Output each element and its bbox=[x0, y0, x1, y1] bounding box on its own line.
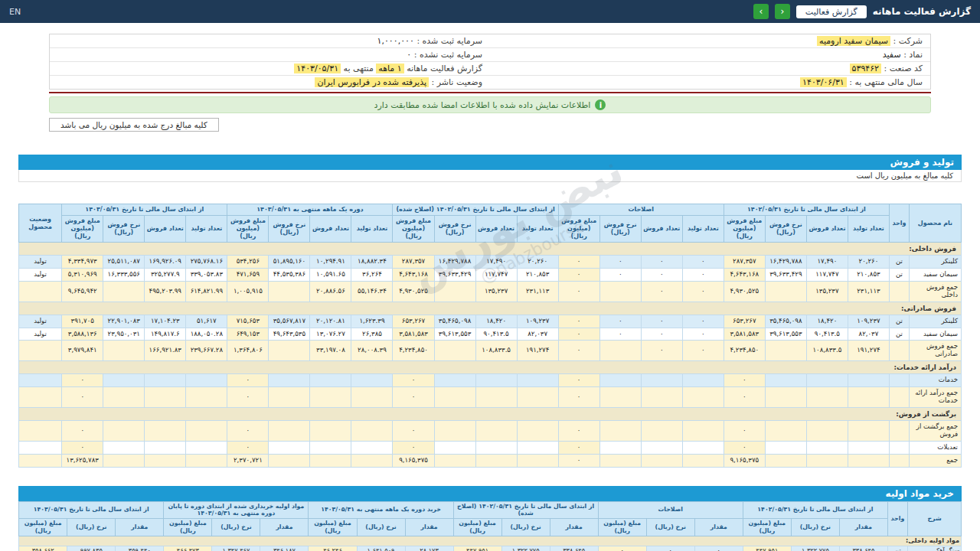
cell-value: ۰ bbox=[682, 341, 724, 361]
cell-value bbox=[351, 421, 393, 442]
col-subheader: نرخ فروش (ریال) bbox=[434, 216, 475, 243]
col-subheader: مبلغ (میلیون ریال) bbox=[453, 519, 501, 536]
cell-value bbox=[269, 374, 310, 387]
cell-value: ۱۰۹,۲۳۷ bbox=[848, 315, 889, 328]
cell-value: ۱۶,۴۲۹,۷۸۸ bbox=[434, 256, 475, 269]
cell-value bbox=[848, 454, 889, 467]
col-header-unit: واحد bbox=[889, 204, 909, 243]
cell-value: ۳۲۵,۲۷۷.۹ bbox=[145, 268, 186, 281]
col-subheader: مبلغ فروش (میلیون ریال) bbox=[393, 216, 434, 243]
cell-value: ۱۰,۲۹۴.۹۱ bbox=[310, 256, 351, 269]
cell-value: ۸۲,۰۳۷ bbox=[848, 328, 889, 341]
cell-value bbox=[434, 387, 475, 408]
section-title-production-sales: تولید و فروش bbox=[18, 155, 962, 170]
row-status bbox=[19, 441, 62, 454]
row-name: خدمات bbox=[909, 374, 961, 387]
info-row: شرکت : سیمان سفید ارومیه سرمایه ثبت شده … bbox=[50, 34, 930, 48]
cell-value bbox=[310, 387, 351, 408]
row-name: کلینکر bbox=[909, 256, 961, 269]
cell-value bbox=[434, 341, 475, 361]
cell-value bbox=[269, 387, 310, 408]
cell-value bbox=[434, 441, 475, 454]
row-unit: تن bbox=[889, 315, 909, 328]
cell-value: ۱۳۵,۲۳۷ bbox=[475, 281, 517, 302]
cell-value: ۶۵۳,۲۶۷ bbox=[393, 315, 434, 328]
cell-value bbox=[599, 441, 641, 454]
cell-value: ۰ bbox=[393, 421, 434, 442]
cell-value: ۱۰۹,۲۳۷ bbox=[517, 315, 558, 328]
cell-value bbox=[145, 441, 186, 454]
raw-materials-table: شرحواحداز ابتدای سال مالی تا تاریخ ۱۴۰۲/… bbox=[18, 501, 962, 551]
table-row: تعدیلات۰۰۰۰۰ bbox=[19, 441, 962, 454]
cell-value: ۱۸۸,۰۵۰.۲۸ bbox=[186, 328, 227, 341]
cell-value bbox=[599, 281, 641, 302]
col-header-name: نام محصول bbox=[909, 204, 961, 243]
cell-value: ۶۱۴,۸۲۱.۹۹ bbox=[186, 281, 227, 302]
col-header-unit: واحد bbox=[887, 501, 907, 536]
col-subheader: تعداد تولید bbox=[517, 216, 558, 243]
col-header-status: وضعیت محصول bbox=[19, 204, 62, 243]
col-subheader: تعداد فروش bbox=[145, 216, 186, 243]
cell-value: ۱۸,۴۲۰ bbox=[475, 315, 517, 328]
cell-value bbox=[145, 374, 186, 387]
group-label: فروش داخلی: bbox=[19, 243, 962, 256]
cell-value: ۱۰۸,۸۳۳.۵ bbox=[806, 341, 848, 361]
col-group-header: اصلاحات bbox=[598, 501, 743, 518]
cell-value: ۰ bbox=[62, 374, 103, 387]
cell-value bbox=[475, 374, 517, 387]
row-status: تولید bbox=[19, 256, 62, 269]
cell-value: ۹۰,۴۱۳.۵ bbox=[806, 328, 848, 341]
col-group-header: اصلاحات bbox=[558, 204, 724, 216]
next-report-button[interactable]: › bbox=[753, 4, 769, 19]
col-subheader: مبلغ (میلیون ریال) bbox=[309, 519, 357, 536]
cell-value bbox=[434, 281, 475, 302]
cell-value bbox=[269, 281, 310, 302]
registered-capital-value: ۱,۰۰۰,۰۰۰ bbox=[377, 36, 414, 46]
cell-value: ۲۰,۱۲۰.۸۱ bbox=[310, 315, 351, 328]
cell-value: ۰ bbox=[724, 387, 765, 408]
registered-capital-field: سرمایه ثبت شده : ۱,۰۰۰,۰۰۰ bbox=[50, 34, 490, 47]
cell-value: ۵,۳۱۰,۹۶۹ bbox=[62, 268, 103, 281]
industry-code-field: کد صنعت : ۵۳۹۴۶۲ bbox=[490, 62, 930, 75]
cell-value bbox=[765, 387, 806, 408]
row-status bbox=[19, 374, 62, 387]
col-subheader: مقدار bbox=[116, 519, 164, 536]
cell-value: ۲۰,۲۶۰ bbox=[848, 256, 889, 269]
col-subheader: مبلغ (میلیون ریال) bbox=[164, 519, 212, 536]
cell-value: ۵۵,۱۴۶.۳۴ bbox=[351, 281, 393, 302]
cell-value bbox=[517, 441, 558, 454]
cell-value bbox=[517, 387, 558, 408]
col-subheader: مقدار bbox=[405, 519, 453, 536]
cell-value: ۰ bbox=[558, 315, 599, 328]
cell-value: ۰ bbox=[227, 421, 269, 442]
cell-value bbox=[186, 374, 227, 387]
cell-value: ۰ bbox=[558, 441, 599, 454]
cell-value bbox=[434, 454, 475, 467]
activity-report-button[interactable]: گزارش فعالیت bbox=[796, 5, 867, 18]
col-subheader: نرخ (ریال) bbox=[646, 519, 694, 536]
cell-value bbox=[641, 374, 682, 387]
language-toggle[interactable]: EN bbox=[9, 7, 21, 17]
cell-value bbox=[599, 341, 641, 361]
cell-value bbox=[517, 454, 558, 467]
info-icon: i bbox=[595, 99, 606, 110]
cell-value bbox=[186, 387, 227, 408]
alert-text: اطلاعات نمایش داده شده با اطلاعات امضا ش… bbox=[374, 100, 591, 110]
row-unit bbox=[889, 454, 909, 467]
col-subheader: تعداد تولید bbox=[351, 216, 393, 243]
cell-value: ۳۳۸,۶۴۵ bbox=[550, 546, 598, 551]
cell-value: ۰ bbox=[558, 341, 599, 361]
col-subheader: مقدار bbox=[694, 519, 743, 536]
cell-value bbox=[765, 441, 806, 454]
cell-value: ۳۳۹,۰۵۳.۸۳ bbox=[186, 268, 227, 281]
cell-value: ۲۰,۲۶۰ bbox=[517, 256, 558, 269]
cell-value bbox=[103, 374, 145, 387]
cell-value bbox=[765, 341, 806, 361]
col-subheader: تعداد فروش bbox=[641, 216, 682, 243]
company-info-panel: شرکت : سیمان سفید ارومیه سرمایه ثبت شده … bbox=[49, 34, 931, 90]
cell-value: ۹۰,۴۱۳.۵ bbox=[475, 328, 517, 341]
cell-value: ۱۴۹,۸۱۷.۶ bbox=[145, 328, 186, 341]
cell-value bbox=[599, 374, 641, 387]
row-status bbox=[19, 341, 62, 361]
prev-report-button[interactable]: ‹ bbox=[775, 4, 790, 19]
